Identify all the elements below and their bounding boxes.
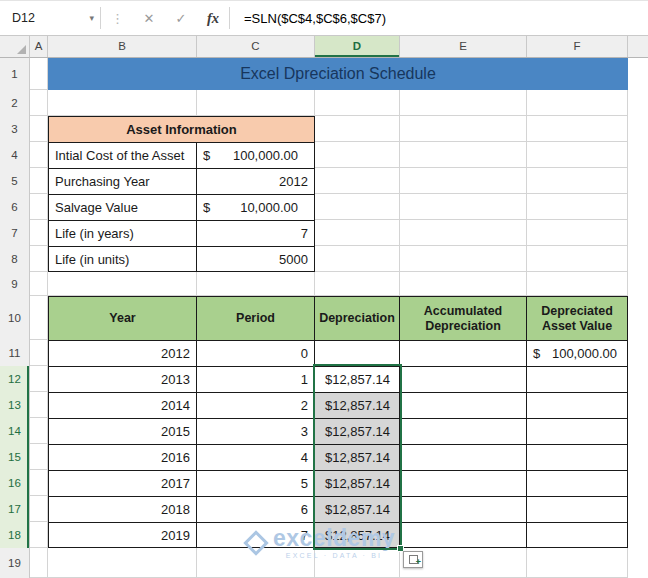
cell-E5[interactable] [400, 168, 527, 194]
cancel-icon[interactable]: ✕ [133, 11, 165, 26]
row-header-13[interactable]: 13 [0, 392, 29, 418]
row-header-15[interactable]: 15 [0, 444, 29, 470]
cell-F6[interactable] [527, 194, 628, 220]
cell-B11[interactable]: 2012 [49, 341, 197, 366]
cell-D7[interactable] [315, 220, 400, 246]
cell-A18[interactable] [30, 522, 48, 548]
cell-B2[interactable] [48, 90, 197, 116]
cell-B3[interactable]: Asset Information [49, 117, 314, 143]
cell-A19[interactable] [30, 548, 48, 578]
cell-A3[interactable] [30, 116, 48, 142]
row-header-5[interactable]: 5 [0, 168, 29, 194]
cell-C19[interactable] [197, 548, 315, 578]
cell-C8[interactable]: 5000 [197, 247, 314, 271]
cell-E7[interactable] [400, 220, 527, 246]
cell-E12[interactable] [400, 367, 527, 392]
cell-D2[interactable] [315, 90, 400, 116]
row-header-9[interactable]: 9 [0, 272, 29, 296]
header-year[interactable]: Year [49, 297, 197, 340]
cell-F19[interactable] [527, 548, 628, 578]
header-depreciated-asset-value[interactable]: Depreciated Asset Value [527, 297, 627, 340]
cell-D8[interactable] [315, 246, 400, 272]
cell-D13[interactable]: $12,857.14 [315, 393, 400, 418]
cell-D6[interactable] [315, 194, 400, 220]
cell-D18[interactable]: $12,857.14 [315, 523, 400, 547]
cell-A2[interactable] [30, 90, 48, 116]
cell-B13[interactable]: 2014 [49, 393, 197, 418]
cell-F13[interactable] [527, 393, 627, 418]
row-header-1[interactable]: 1 [0, 58, 29, 90]
cell-F4[interactable] [527, 142, 628, 168]
cell-B12[interactable]: 2013 [49, 367, 197, 392]
row-header-17[interactable]: 17 [0, 496, 29, 522]
cell-C9[interactable] [197, 272, 315, 296]
cell-A13[interactable] [30, 392, 48, 418]
cell-E2[interactable] [400, 90, 527, 116]
cell-B14[interactable]: 2015 [49, 419, 197, 444]
header-period[interactable]: Period [197, 297, 315, 340]
cell-C11[interactable]: 0 [197, 341, 315, 366]
row-header-2[interactable]: 2 [0, 90, 29, 116]
cell-C6[interactable]: $ 10,000.00 [197, 195, 314, 220]
title-banner[interactable]: Excel Dpreciation Schedule [48, 58, 628, 90]
col-header-C[interactable]: C [197, 36, 315, 57]
cell-B18[interactable]: 2019 [49, 523, 197, 547]
cell-E3[interactable] [400, 116, 527, 142]
cell-F15[interactable] [527, 445, 627, 470]
cell-D9[interactable] [315, 272, 400, 296]
row-header-7[interactable]: 7 [0, 220, 29, 246]
cell-E14[interactable] [400, 419, 527, 444]
cell-B8[interactable]: Life (in units) [49, 247, 197, 271]
col-header-A[interactable]: A [30, 36, 48, 57]
cell-B5[interactable]: Purchasing Year [49, 169, 197, 194]
cell-B19[interactable] [48, 548, 197, 578]
cell-C12[interactable]: 1 [197, 367, 315, 392]
cell-C18[interactable]: 7 [197, 523, 315, 547]
row-header-10[interactable]: 10 [0, 296, 29, 340]
row-header-16[interactable]: 16 [0, 470, 29, 496]
cell-A7[interactable] [30, 220, 48, 246]
cell-A6[interactable] [30, 194, 48, 220]
cell-B17[interactable]: 2018 [49, 497, 197, 522]
cell-E8[interactable] [400, 246, 527, 272]
cell-A14[interactable] [30, 418, 48, 444]
cell-F11[interactable]: $ 100,000.00 [527, 341, 627, 366]
cell-F17[interactable] [527, 497, 627, 522]
row-header-12[interactable]: 12 [0, 366, 29, 392]
cell-E16[interactable] [400, 471, 527, 496]
cell-C4[interactable]: $ 100,000.00 [197, 143, 314, 168]
cell-A5[interactable] [30, 168, 48, 194]
col-header-E[interactable]: E [400, 36, 527, 57]
formula-input[interactable]: =SLN($C$4,$C$6,$C$7) [230, 11, 386, 26]
row-header-3[interactable]: 3 [0, 116, 29, 142]
cell-F7[interactable] [527, 220, 628, 246]
cell-D19[interactable] [315, 548, 400, 578]
cell-B6[interactable]: Salvage Value [49, 195, 197, 220]
col-header-B[interactable]: B [48, 36, 197, 57]
cell-F5[interactable] [527, 168, 628, 194]
cell-A9[interactable] [30, 272, 48, 296]
cell-C16[interactable]: 5 [197, 471, 315, 496]
row-header-19[interactable]: 19 [0, 548, 29, 578]
cell-D3[interactable] [315, 116, 400, 142]
name-box[interactable]: D12 ▾ [0, 1, 100, 35]
cell-A4[interactable] [30, 142, 48, 168]
cell-E13[interactable] [400, 393, 527, 418]
cell-E17[interactable] [400, 497, 527, 522]
row-header-4[interactable]: 4 [0, 142, 29, 168]
cell-F16[interactable] [527, 471, 627, 496]
header-depreciation[interactable]: Depreciation [315, 297, 400, 340]
cell-C2[interactable] [197, 90, 315, 116]
cell-D15[interactable]: $12,857.14 [315, 445, 400, 470]
cell-B15[interactable]: 2016 [49, 445, 197, 470]
cell-B4[interactable]: Intial Cost of the Asset [49, 143, 197, 168]
cell-F9[interactable] [527, 272, 628, 296]
row-header-11[interactable]: 11 [0, 340, 29, 366]
cell-A8[interactable] [30, 246, 48, 272]
cell-A12[interactable] [30, 366, 48, 392]
cell-F18[interactable] [527, 523, 627, 547]
cell-D12-active[interactable]: $12,857.14 [315, 367, 400, 392]
cell-B7[interactable]: Life (in years) [49, 221, 197, 246]
cell-E6[interactable] [400, 194, 527, 220]
cell-F8[interactable] [527, 246, 628, 272]
